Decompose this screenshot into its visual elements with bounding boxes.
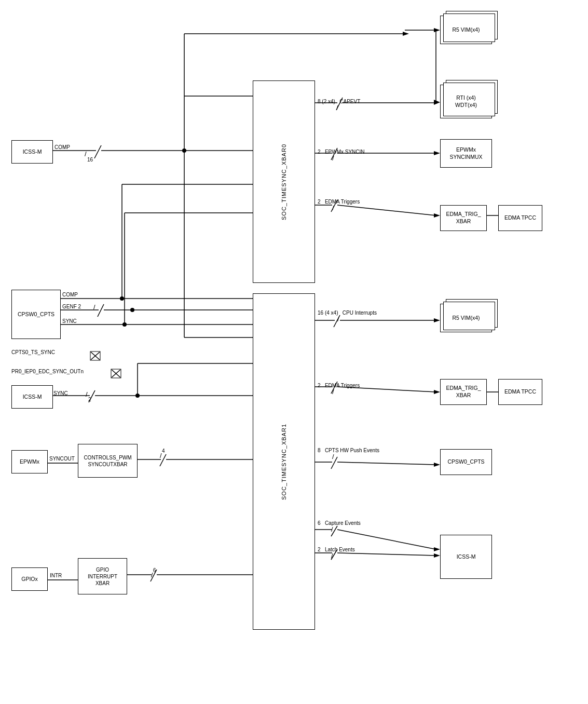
svg-marker-22	[434, 213, 440, 218]
svg-marker-18	[434, 151, 440, 155]
cpts0-ts-sync-label: CPTS0_TS_SYNC	[11, 349, 55, 355]
edma-trig-mid-label: 2 EDMA Triggers	[318, 383, 360, 388]
svg-marker-14	[434, 100, 440, 105]
num16-label: 16	[87, 157, 93, 163]
pr0-iep0-label: PR0_IEP0_EDC_SYNC_OUTn	[11, 369, 84, 374]
slash2-icss-label: /	[86, 390, 88, 398]
icss-m-bot-label: ICSS-M	[457, 553, 476, 561]
svg-line-1	[94, 145, 101, 158]
gpiox-block: GPIOx	[11, 567, 48, 591]
edma-trig-top-label: 2 EDMA Triggers	[318, 199, 360, 205]
latch-events-label: 2 Latch Events	[318, 547, 355, 552]
num6-gpio-label: 6	[153, 567, 156, 573]
svg-marker-12	[434, 28, 440, 32]
edma-trig-xbar-top-label: EDMA_TRIG_ XBAR	[446, 211, 481, 225]
num2-icss-label: 2	[88, 397, 91, 402]
slash2-genf-label: /	[93, 303, 95, 311]
soc-xbar0-label: SOC_TIMESYNC_XBAR0	[280, 144, 288, 220]
syncout-label: SYNCOUT	[49, 456, 75, 462]
r5vim-top-label: R5 VIM(x4)	[452, 26, 480, 34]
svg-line-21	[337, 205, 436, 215]
edma-tpcc-top-label: EDMA TPCC	[504, 214, 536, 222]
rti-wdt-block: RTI (x4) WDT(x4)	[440, 85, 492, 118]
sync-cpsw-label: SYNC	[62, 318, 77, 324]
epwmx-syncin-label: 2 EPWMx SYNCIN	[318, 149, 365, 155]
slash16-label: /	[85, 150, 87, 158]
svg-point-26	[120, 296, 124, 301]
comp-cpsw-label: COMP	[62, 292, 78, 297]
r5vim-top-block: R5 VIM(x4)	[440, 16, 492, 44]
cpsw0-cpts2-block: CPSW0_CPTS	[440, 449, 492, 475]
svg-line-36	[91, 352, 100, 360]
gpio-interrupt-xbar-label: GPIO INTERRUPT XBAR	[88, 566, 117, 587]
svg-marker-70	[434, 547, 440, 551]
epwmx-syncin-slash: /	[332, 154, 334, 162]
soc-xbar1-label: SOC_TIMESYNC_XBAR1	[280, 424, 288, 500]
r5vim-mid-block: R5 VIM(x4)	[440, 304, 492, 332]
epwmx-block: EPWMx	[11, 450, 48, 473]
epwmx-syncinmux-block: EPWMx SYNCINMUX	[440, 139, 492, 168]
sync-icss-mid-label: SYNC	[53, 390, 68, 396]
soc-xbar0-block: SOC_TIMESYNC_XBAR0	[253, 80, 315, 283]
genf2-label: GENF 2	[62, 304, 81, 309]
cpsw0-cpts-label: CPSW0_CPTS	[18, 311, 54, 318]
svg-line-35	[91, 352, 100, 360]
epwmx-label: EPWMx	[20, 458, 39, 466]
comp-icss-label: COMP	[54, 144, 70, 150]
num4-pwm-label: 4	[162, 448, 165, 454]
svg-marker-88	[403, 32, 409, 36]
svg-point-43	[135, 394, 140, 398]
icss-m-mid-block: ICSS-M	[11, 385, 53, 409]
svg-point-3	[182, 148, 186, 153]
edma-trig-xbar-mid-block: EDMA_TRIG_ XBAR	[440, 379, 487, 405]
cpts-hw-slash: /	[332, 453, 334, 461]
slash4-pwm-label: /	[160, 452, 162, 459]
edma-trig-top-slash: /	[332, 204, 334, 212]
epwmx-syncinmux-label: EPWMx SYNCINMUX	[449, 146, 482, 160]
svg-point-30	[130, 308, 134, 312]
svg-line-62	[337, 462, 436, 465]
controlss-pwm-label: CONTROLSS_PWM SYNCOUTXBAR	[84, 454, 131, 468]
capevt-label: 8 (2 x4) CAPEVT	[318, 99, 360, 104]
icss-m-top-label: ICSS-M	[23, 148, 42, 156]
diagram: ICSS-M SOC_TIMESYNC_XBAR0 R5 VIM(x4) RTI…	[0, 0, 588, 704]
svg-marker-53	[434, 318, 440, 322]
edma-tpcc-mid-block: EDMA TPCC	[498, 379, 542, 405]
icss-m-bot-block: ICSS-M	[440, 535, 492, 579]
cpts-hw-push-label: 8 CPTS HW Push Events	[318, 448, 379, 453]
svg-line-38	[112, 370, 120, 377]
slash6-gpio-label: /	[151, 571, 153, 579]
cpsw0-cpts-block: CPSW0_CPTS	[11, 290, 61, 339]
intr-label: INTR	[50, 573, 62, 578]
latch-slash: /	[331, 552, 333, 560]
svg-marker-63	[434, 463, 440, 467]
controlss-pwm-block: CONTROLSS_PWM SYNCOUTXBAR	[78, 444, 138, 478]
icss-m-top-block: ICSS-M	[11, 140, 53, 164]
edma-tpcc-mid-label: EDMA TPCC	[504, 388, 536, 396]
soc-xbar1-block: SOC_TIMESYNC_XBAR1	[253, 293, 315, 630]
edma-trig-xbar-top-block: EDMA_TRIG_ XBAR	[440, 205, 487, 231]
capture-slash: /	[331, 525, 333, 533]
gpiox-label: GPIOx	[21, 576, 38, 583]
capevt-slash: /	[336, 104, 338, 112]
cpu-int-label: 16 (4 x4) CPU Interrupts	[318, 310, 377, 316]
svg-rect-40	[111, 369, 121, 378]
edma-trig-xbar-mid-label: EDMA_TRIG_ XBAR	[446, 385, 481, 399]
svg-line-29	[98, 304, 104, 317]
cpu-int-slash: /	[337, 315, 339, 323]
svg-point-33	[122, 322, 127, 327]
cpsw0-cpts2-label: CPSW0_CPTS	[447, 458, 484, 466]
edma-tpcc-top-block: EDMA TPCC	[498, 205, 542, 231]
gpio-interrupt-xbar-block: GPIO INTERRUPT XBAR	[78, 558, 127, 594]
svg-line-39	[112, 370, 120, 377]
capture-events-label: 6 Capture Events	[318, 520, 361, 526]
svg-rect-37	[90, 351, 100, 360]
r5vim-mid-label: R5 VIM(x4)	[452, 315, 480, 322]
rti-wdt-label: RTI (x4) WDT(x4)	[455, 94, 477, 109]
icss-m-mid-label: ICSS-M	[23, 394, 42, 401]
edma-trig-mid-slash: /	[332, 388, 334, 396]
svg-marker-71	[434, 553, 440, 558]
svg-marker-57	[434, 390, 440, 394]
svg-line-69	[337, 553, 436, 556]
